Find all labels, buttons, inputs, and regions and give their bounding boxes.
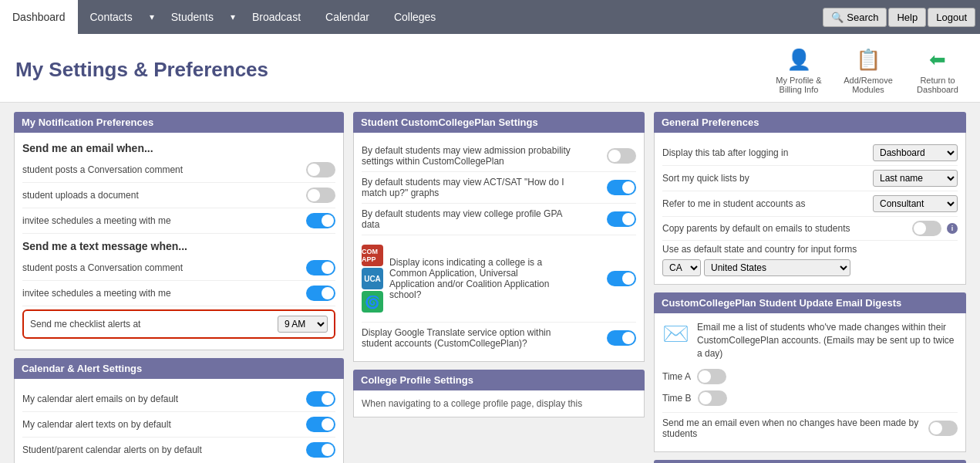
ccp-toggle-5: Display Google Translate service option … bbox=[362, 323, 636, 353]
digest-email-icon: ✉️ bbox=[662, 321, 689, 346]
page-title: My Settings & Preferences bbox=[15, 58, 268, 82]
ccp-toggle-1: By default students may view admission p… bbox=[362, 140, 636, 172]
ccp-toggle-4-switch[interactable] bbox=[607, 271, 636, 286]
pref-row-display-tab: Display this tab after logging in Dashbo… bbox=[662, 140, 958, 166]
cal-toggle-3-switch[interactable] bbox=[306, 442, 335, 458]
page-header: My Settings & Preferences 👤 My Profile &… bbox=[0, 34, 980, 103]
college-profile-section: College Profile Settings When navigating… bbox=[353, 370, 645, 417]
ccp-toggle-1-switch[interactable] bbox=[607, 148, 636, 164]
time-a-row: Time A bbox=[662, 366, 958, 387]
checklist-time-select[interactable]: 12 AM1 AM2 AM3 AM4 AM5 AM6 AM7 AM8 AM9 A… bbox=[278, 316, 328, 333]
general-prefs-body: Display this tab after logging in Dashbo… bbox=[654, 133, 966, 285]
right-column: General Preferences Display this tab aft… bbox=[654, 112, 966, 463]
app-icons-row: COM APP UCA 🌀 Display icons indicating a… bbox=[362, 240, 559, 317]
ccp-toggle-3-switch[interactable] bbox=[607, 211, 636, 227]
text-toggle-2-switch[interactable] bbox=[306, 286, 335, 301]
cal-toggle-2-switch[interactable] bbox=[306, 417, 335, 432]
country-select[interactable]: United States Canada United Kingdom bbox=[704, 259, 850, 276]
email-toggle-2-switch[interactable] bbox=[306, 188, 335, 203]
display-tab-select[interactable]: Dashboard Contacts Students bbox=[873, 144, 958, 161]
ccp-toggle-4: COM APP UCA 🌀 Display icons indicating a… bbox=[362, 235, 636, 323]
header-icons: 👤 My Profile & Billing Info 📋 Add/Remove… bbox=[772, 45, 965, 94]
general-prefs-header: General Preferences bbox=[654, 112, 966, 133]
email-heading: Send me an email when... bbox=[22, 140, 335, 157]
ccp-toggle-5-switch[interactable] bbox=[607, 330, 636, 346]
ccp-toggle-2-switch[interactable] bbox=[607, 180, 636, 195]
time-b-row: Time B bbox=[662, 387, 958, 409]
left-column: My Notification Preferences Send me an e… bbox=[14, 112, 344, 463]
help-button[interactable]: Help bbox=[888, 8, 926, 27]
calendar-alert-section: Calendar & Alert Settings My calendar al… bbox=[14, 358, 344, 463]
ccp-toggle-2: By default students may view ACT/SAT "Ho… bbox=[362, 172, 636, 204]
college-profile-header: College Profile Settings bbox=[353, 370, 645, 390]
coalition-icon: 🌀 bbox=[362, 291, 383, 313]
digest-main-row: ✉️ Email me a list of students who've ma… bbox=[662, 321, 958, 360]
digest-section: CustomCollegePlan Student Update Email D… bbox=[654, 292, 966, 452]
search-button[interactable]: 🔍 Search bbox=[823, 8, 887, 27]
ccp-toggle-3: By default students may view college pro… bbox=[362, 204, 636, 235]
sort-select[interactable]: Last name First name bbox=[873, 170, 958, 187]
checklist-alert-label: Send me checklist alerts at bbox=[30, 319, 140, 330]
cal-toggle-2: My calendar alert texts on by default bbox=[22, 412, 335, 438]
pref-row-copy-parents: Copy parents by default on emails to stu… bbox=[662, 217, 958, 241]
refer-select[interactable]: Consultant Advisor Counselor bbox=[873, 195, 958, 212]
send-no-changes-toggle[interactable] bbox=[928, 421, 958, 436]
text-toggle-2: invitee schedules a meeting with me bbox=[22, 281, 335, 306]
nav-calendar[interactable]: Calendar bbox=[313, 0, 382, 34]
copy-parents-toggle[interactable] bbox=[912, 221, 941, 236]
search-icon: 🔍 bbox=[831, 12, 844, 23]
digest-text: Email me a list of students who've made … bbox=[697, 321, 958, 360]
notification-prefs-header: My Notification Preferences bbox=[14, 112, 344, 133]
profile-billing-icon-item[interactable]: 👤 My Profile & Billing Info bbox=[772, 45, 826, 94]
state-country-row: CA NY TX United States Canada United Kin… bbox=[662, 259, 958, 276]
cal-toggle-1-switch[interactable] bbox=[306, 391, 335, 407]
logout-button[interactable]: Logout bbox=[928, 8, 975, 27]
add-remove-modules-icon-item[interactable]: 📋 Add/Remove Modules bbox=[841, 45, 895, 94]
nav-colleges[interactable]: Colleges bbox=[382, 0, 448, 34]
text-toggle-1-switch[interactable] bbox=[306, 260, 335, 275]
pref-row-refer: Refer to me in student accounts as Consu… bbox=[662, 191, 958, 217]
email-toggle-2: student uploads a document bbox=[22, 183, 335, 208]
advanced-login-section: Advanced Student Login Settings bbox=[654, 460, 966, 463]
add-remove-modules-icon: 📋 bbox=[854, 45, 883, 74]
text-toggle-1: student posts a Conversation comment bbox=[22, 255, 335, 281]
nav-bar: Dashboard Contacts ▾ Students ▾ Broadcas… bbox=[0, 0, 980, 34]
time-a-toggle[interactable] bbox=[697, 369, 726, 384]
copy-parents-info-icon[interactable]: i bbox=[947, 223, 958, 234]
college-profile-text: When navigating to a college profile pag… bbox=[362, 398, 636, 409]
state-country-label-row: Use as default state and country for inp… bbox=[662, 241, 958, 256]
student-ccp-body: By default students may view admission p… bbox=[353, 133, 645, 362]
send-no-changes-row: Send me an email even when no changes ha… bbox=[662, 412, 958, 444]
digest-header: CustomCollegePlan Student Update Email D… bbox=[654, 292, 966, 313]
nav-contacts-arrow[interactable]: ▾ bbox=[145, 0, 159, 34]
notification-prefs-body: Send me an email when... student posts a… bbox=[14, 133, 344, 350]
nav-contacts[interactable]: Contacts bbox=[78, 0, 145, 34]
nav-students-arrow[interactable]: ▾ bbox=[226, 0, 240, 34]
nav-broadcast[interactable]: Broadcast bbox=[240, 0, 313, 34]
email-toggle-1: student posts a Conversation comment bbox=[22, 157, 335, 183]
student-ccp-section: Student CustomCollegePlan Settings By de… bbox=[353, 112, 645, 362]
notification-prefs-section: My Notification Preferences Send me an e… bbox=[14, 112, 344, 350]
student-ccp-header: Student CustomCollegePlan Settings bbox=[353, 112, 645, 133]
time-b-toggle[interactable] bbox=[698, 390, 727, 406]
pref-row-sort: Sort my quick lists by Last name First n… bbox=[662, 166, 958, 191]
state-select[interactable]: CA NY TX bbox=[662, 259, 701, 276]
email-toggle-3-switch[interactable] bbox=[306, 213, 335, 228]
profile-billing-icon: 👤 bbox=[784, 45, 813, 74]
advanced-login-header: Advanced Student Login Settings bbox=[654, 460, 966, 463]
calendar-alert-header: Calendar & Alert Settings bbox=[14, 358, 344, 379]
nav-dashboard[interactable]: Dashboard bbox=[0, 0, 78, 34]
cal-toggle-3: Student/parent calendar alerts on by def… bbox=[22, 438, 335, 462]
general-prefs-section: General Preferences Display this tab aft… bbox=[654, 112, 966, 285]
nav-right: 🔍 Search Help Logout bbox=[823, 0, 980, 34]
return-dashboard-icon: ⬅ bbox=[923, 45, 952, 74]
uca-icon: UCA bbox=[362, 268, 383, 289]
cal-toggle-1: My calendar alert emails on by default bbox=[22, 387, 335, 412]
nav-students[interactable]: Students bbox=[159, 0, 226, 34]
calendar-alert-body: My calendar alert emails on by default M… bbox=[14, 379, 344, 463]
college-profile-body: When navigating to a college profile pag… bbox=[353, 390, 645, 417]
email-toggle-1-switch[interactable] bbox=[306, 162, 335, 177]
app-icons-group: COM APP UCA 🌀 bbox=[362, 245, 383, 313]
text-heading: Send me a text message when... bbox=[22, 234, 335, 255]
return-dashboard-icon-item[interactable]: ⬅ Return to Dashboard bbox=[911, 45, 965, 94]
